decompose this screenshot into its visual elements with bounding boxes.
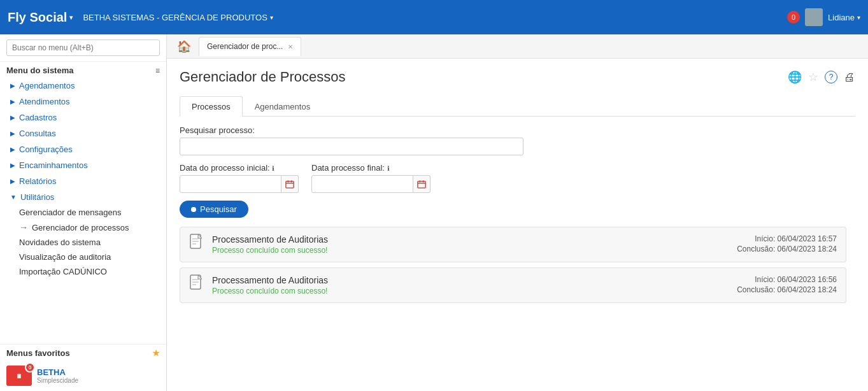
tab-processos-label: Processos <box>192 102 231 111</box>
search-button[interactable]: Pesquisar <box>180 201 248 218</box>
end-date-info-icon[interactable]: ℹ <box>387 165 390 172</box>
page-content: Gerenciador de Processos 🌐 ☆ ? 🖨 Process… <box>167 59 868 391</box>
sidebar-logo: 0 📋 BETHA Simplescidade <box>0 360 166 391</box>
date-row: Data do processo inicial: ℹ <box>180 163 855 193</box>
process-info-1: Processamento de Auditorias Processo con… <box>212 275 729 295</box>
sidebar-subitem-label: Visualização de auditoria <box>19 252 111 262</box>
process-list: Processamento de Auditorias Processo con… <box>180 227 855 303</box>
process-search-input[interactable] <box>180 138 523 155</box>
process-dates-0: Início: 06/04/2023 16:57 Conclusão: 06/0… <box>737 234 837 255</box>
process-item-0[interactable]: Processamento de Auditorias Processo con… <box>180 227 846 262</box>
process-end-0: Conclusão: 06/04/2023 18:24 <box>737 245 837 253</box>
sidebar-item-utilitarios[interactable]: ▼ Utilitários <box>0 189 166 205</box>
process-item-1[interactable]: Processamento de Auditorias Processo con… <box>180 267 846 303</box>
sidebar-item-label: Consultas <box>19 129 56 138</box>
start-date-info-icon[interactable]: ℹ <box>272 165 274 172</box>
org-name[interactable]: BETHA SISTEMAS - GERÊNCIA DE PRODUTOS ▾ <box>83 13 273 22</box>
sidebar-item-relatorios[interactable]: ▶ Relatórios <box>0 173 166 189</box>
end-date-calendar-button[interactable] <box>413 175 430 193</box>
betha-brand-sub: Simplescidade <box>37 377 78 384</box>
end-date-col: Data processo final: ℹ <box>311 163 430 193</box>
tab-bar: 🏠 Gerenciador de proc... ✕ <box>167 34 868 59</box>
arrow-icon: ▼ <box>10 194 17 201</box>
sidebar-subitem-cadunico[interactable]: Importação CADÚNICO <box>0 264 166 279</box>
search-btn-dot-icon <box>191 207 196 212</box>
start-date-input-wrap <box>180 175 299 193</box>
sidebar: Menu do sistema ≡ ▶ Agendamentos ▶ Atend… <box>0 34 167 391</box>
sidebar-item-label: Atendimentos <box>19 97 70 106</box>
sidebar-item-atendimentos[interactable]: ▶ Atendimentos <box>0 94 166 110</box>
sidebar-collapse-icon[interactable]: ≡ <box>155 66 160 75</box>
process-title-0: Processamento de Auditorias <box>212 234 729 245</box>
arrow-icon: ▶ <box>10 82 15 89</box>
globe-icon[interactable]: 🌐 <box>788 70 802 84</box>
sidebar-subitem-processos[interactable]: → Gerenciador de processos <box>0 220 166 235</box>
bookmark-star-icon[interactable]: ☆ <box>808 70 818 84</box>
home-tab-icon[interactable]: 🏠 <box>172 39 196 53</box>
user-name: Lidiane <box>828 13 855 22</box>
sidebar-item-consultas[interactable]: ▶ Consultas <box>0 125 166 141</box>
search-btn-label: Pesquisar <box>200 204 237 214</box>
betha-brand-text: BETHA <box>37 367 78 377</box>
arrow-icon: ▶ <box>10 114 15 121</box>
sidebar-subitem-label: Importação CADÚNICO <box>19 267 107 276</box>
favorites-star-icon[interactable]: ★ <box>152 348 160 358</box>
arrow-icon: ▶ <box>10 98 15 105</box>
sidebar-subitem-label: Gerenciador de processos <box>32 223 129 232</box>
tab-agendamentos[interactable]: Agendamentos <box>243 96 322 117</box>
start-date-col: Data do processo inicial: ℹ <box>180 163 299 193</box>
tab-processos[interactable]: Processos <box>180 96 243 117</box>
end-date-input-wrap <box>311 175 430 193</box>
main-layout: Menu do sistema ≡ ▶ Agendamentos ▶ Atend… <box>0 34 868 391</box>
sidebar-item-cadastros[interactable]: ▶ Cadastros <box>0 110 166 125</box>
page-title-row: Gerenciador de Processos 🌐 ☆ ? 🖨 <box>180 69 855 85</box>
sidebar-search-wrapper <box>0 34 166 62</box>
betha-logo-badge: 0 <box>25 362 35 373</box>
tab-agendamentos-label: Agendamentos <box>255 102 310 111</box>
process-dates-1: Início: 06/04/2023 16:56 Conclusão: 06/0… <box>737 275 837 295</box>
sidebar-subitem-mensagens[interactable]: Gerenciador de mensagens <box>0 205 166 220</box>
brand-logo[interactable]: Fly Social ▾ <box>8 10 73 25</box>
main-content: 🏠 Gerenciador de proc... ✕ Gerenciador d… <box>167 34 868 391</box>
sidebar-item-label: Relatórios <box>19 176 57 186</box>
brand-caret: ▾ <box>69 14 73 21</box>
favorites-title: Menus favoritos <box>6 348 70 358</box>
process-start-1: Início: 06/04/2023 16:56 <box>737 275 837 284</box>
process-status-1: Processo concluído com sucesso! <box>212 287 729 295</box>
svg-rect-4 <box>418 181 425 188</box>
arrow-icon: ▶ <box>10 178 15 185</box>
sidebar-subitem-novidades[interactable]: Novidades do sistema <box>0 235 166 250</box>
sidebar-menu-header: Menu do sistema ≡ <box>0 62 166 78</box>
svg-rect-0 <box>286 181 294 188</box>
end-date-label: Data processo final: ℹ <box>311 163 430 173</box>
user-menu[interactable]: Lidiane ▾ <box>828 13 860 22</box>
page-title-text: Gerenciador de Processos <box>180 69 345 85</box>
sidebar-search-input[interactable] <box>6 39 160 56</box>
sidebar-item-encaminhamentos[interactable]: ▶ Encaminhamentos <box>0 157 166 173</box>
betha-logo-image: 0 📋 <box>6 366 32 386</box>
sidebar-favorites-header: Menus favoritos ★ <box>0 344 166 360</box>
sidebar-subitem-auditoria[interactable]: Visualização de auditoria <box>0 250 166 264</box>
process-status-0: Processo concluído com sucesso! <box>212 246 729 255</box>
sidebar-subitem-label: Novidades do sistema <box>19 238 101 247</box>
process-info-0: Processamento de Auditorias Processo con… <box>212 234 729 255</box>
end-date-input[interactable] <box>311 175 413 193</box>
start-date-label: Data do processo inicial: ℹ <box>180 163 299 173</box>
help-icon[interactable]: ? <box>825 71 837 83</box>
brand-name: Fly Social <box>8 10 67 25</box>
start-date-input[interactable] <box>180 175 281 193</box>
tab-close-icon[interactable]: ✕ <box>288 43 293 50</box>
start-date-calendar-button[interactable] <box>281 175 299 193</box>
sidebar-item-configuracoes[interactable]: ▶ Configurações <box>0 141 166 157</box>
process-file-icon <box>189 234 204 255</box>
sidebar-subitem-label: Gerenciador de mensagens <box>19 208 121 217</box>
sidebar-item-label: Cadastros <box>19 113 57 122</box>
notification-badge[interactable]: 0 <box>787 11 800 24</box>
sidebar-item-agendamentos[interactable]: ▶ Agendamentos <box>0 78 166 94</box>
top-navigation: Fly Social ▾ BETHA SISTEMAS - GERÊNCIA D… <box>0 0 868 34</box>
arrow-icon: ▶ <box>10 146 15 153</box>
avatar <box>805 8 823 26</box>
tab-gerenciador[interactable]: Gerenciador de proc... ✕ <box>199 37 301 56</box>
arrow-icon: ▶ <box>10 130 15 137</box>
print-icon[interactable]: 🖨 <box>844 71 855 84</box>
